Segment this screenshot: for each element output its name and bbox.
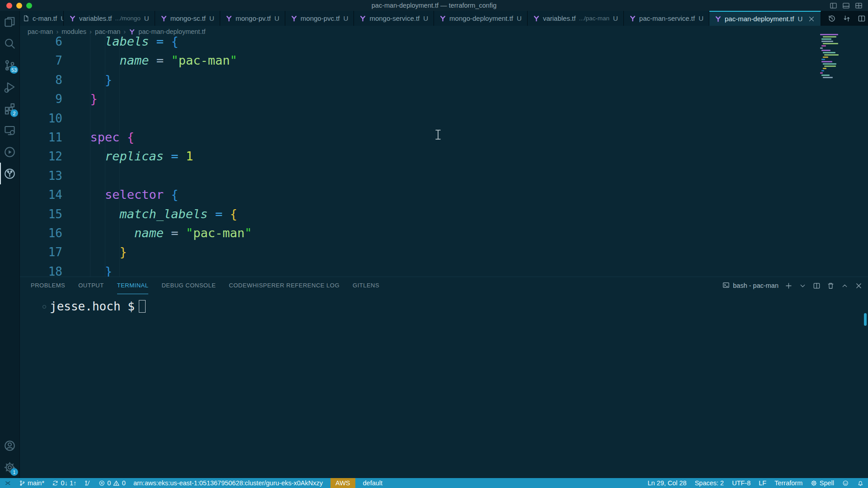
tab-label: mongo-pv.tf <box>236 14 271 22</box>
editor[interactable]: pac-man › modules › pac-man › pac-man-de… <box>20 26 868 277</box>
tab-git-status: U <box>344 14 349 22</box>
tab-variables.tf[interactable]: variables.tf.../mongoU <box>64 11 155 26</box>
line-number: 12 <box>20 147 62 166</box>
tab-git-status: U <box>144 14 149 22</box>
line-number: 15 <box>20 205 62 224</box>
status-remote-indicator[interactable] <box>5 478 11 488</box>
tab-mongo-pvc.tf[interactable]: mongo-pvc.tfU <box>285 11 354 26</box>
activity-bar-item-run-and-debug[interactable] <box>0 76 19 98</box>
close-window-button[interactable] <box>6 3 12 9</box>
open-changes-button[interactable] <box>843 14 851 23</box>
line-number: 7 <box>20 51 62 70</box>
zoom-window-button[interactable] <box>26 3 32 9</box>
terraform-file-icon <box>160 15 167 22</box>
split-terminal-button[interactable] <box>813 282 821 290</box>
layout-grid-icon[interactable] <box>855 2 863 9</box>
status-eks-cluster[interactable]: arn:aws:eks:us-east-1:051367950628:clust… <box>133 478 323 488</box>
status-cursor-position[interactable]: Ln 29, Col 28 <box>647 478 686 488</box>
tab-mongo-deployment.tf[interactable]: mongo-deployment.tfU <box>434 11 528 26</box>
activity-bar-item-search[interactable] <box>0 33 19 54</box>
activity-bar-item-codewhisperer[interactable] <box>0 163 19 184</box>
status-eol[interactable]: LF <box>759 478 766 488</box>
terminal-content[interactable]: jesse.hoch $ <box>20 294 868 478</box>
tab-label: mongo-sc.tf <box>170 14 206 22</box>
panel-tab-output[interactable]: OUTPUT <box>78 277 104 294</box>
activity-bar-item-accounts[interactable] <box>0 435 19 456</box>
label: arn:aws:eks:us-east-1:051367950628:clust… <box>133 479 323 487</box>
code-line: 13 <box>20 166 818 185</box>
status-feedback[interactable] <box>842 478 849 488</box>
status-gitlens[interactable] <box>84 478 91 488</box>
tab-variables.tf[interactable]: variables.tf.../pac-manU <box>528 11 624 26</box>
tab-mongo-pv.tf[interactable]: mongo-pv.tfU <box>220 11 285 26</box>
terminal-picker-button[interactable] <box>799 282 807 290</box>
close-tab-icon[interactable] <box>808 15 815 23</box>
code-line: 18 } <box>20 262 818 277</box>
tab-label: pac-man-service.tf <box>639 14 695 22</box>
new-terminal-button[interactable] <box>785 282 793 290</box>
panel-tab-problems[interactable]: PROBLEMS <box>31 277 65 294</box>
code-text: match_labels = { <box>62 205 237 224</box>
code-text: selector { <box>62 185 179 204</box>
kill-terminal-button[interactable] <box>827 282 835 290</box>
code-line: 7 name = "pac-man" <box>20 51 818 70</box>
explorer-icon <box>4 16 16 28</box>
status-git-sync[interactable]: 0↓ 1↑ <box>52 478 76 488</box>
split-editor-button[interactable] <box>858 14 866 23</box>
status-git-branch[interactable]: main* <box>19 478 45 488</box>
tab-c-man.tf[interactable]: c-man.tfU <box>20 11 64 26</box>
code-line: 10 <box>20 109 818 128</box>
panel-tab-codewhisperer-reference-log[interactable]: CODEWHISPERER REFERENCE LOG <box>229 277 340 294</box>
label: Spell <box>820 479 834 487</box>
tab-path-suffix: .../pac-man <box>579 15 609 22</box>
tab-label: variables.tf <box>79 14 112 22</box>
label: Terraform <box>774 479 802 487</box>
activity-bar-item-extensions[interactable]: 2 <box>0 98 19 119</box>
panel-tab-gitlens[interactable]: GITLENS <box>353 277 379 294</box>
status-spell-checker[interactable]: Spell <box>811 478 834 488</box>
tab-git-status: U <box>797 15 802 23</box>
status-aws-connection[interactable]: AWS <box>330 478 355 488</box>
close-panel-button[interactable] <box>855 282 863 290</box>
activity-bar-item-explorer[interactable] <box>0 11 19 33</box>
vscode-window: pac-man-deployment.tf — terraform_config… <box>0 0 868 488</box>
panel-tab-debug-console[interactable]: DEBUG CONSOLE <box>161 277 216 294</box>
layout-sidebar-icon[interactable] <box>830 2 837 9</box>
sync-icon <box>52 480 59 487</box>
minimize-window-button[interactable] <box>16 3 22 9</box>
terminal-scrollbar[interactable] <box>864 313 867 326</box>
status-language-mode[interactable]: Terraform <box>774 478 802 488</box>
status-aws-profile[interactable]: default <box>363 478 383 488</box>
status-problems[interactable]: 00 <box>99 478 126 488</box>
bottom-panel: PROBLEMSOUTPUTTERMINALDEBUG CONSOLECODEW… <box>20 277 868 478</box>
remote-explorer-icon <box>4 124 16 136</box>
tab-mongo-service.tf[interactable]: mongo-service.tfU <box>354 11 434 26</box>
error-icon <box>99 480 105 487</box>
panel-tab-terminal[interactable]: TERMINAL <box>117 277 149 294</box>
code-line: 16 name = "pac-man" <box>20 224 818 243</box>
activity-bar-item-source-control[interactable]: 53 <box>0 54 19 76</box>
code-text: replicas = 1 <box>62 147 193 166</box>
tab-git-status: U <box>274 14 279 22</box>
timeline-button[interactable] <box>828 14 836 23</box>
tab-pac-man-deployment.tf[interactable]: pac-man-deployment.tfU <box>709 11 821 26</box>
status-indentation[interactable]: Spaces: 2 <box>695 478 724 488</box>
tab-mongo-sc.tf[interactable]: mongo-sc.tfU <box>155 11 220 26</box>
label: UTF-8 <box>732 479 750 487</box>
maximize-panel-button[interactable] <box>841 282 849 290</box>
terraform-file-icon <box>439 15 446 22</box>
activity-bar-item-settings[interactable]: 1 <box>0 456 19 478</box>
minimap[interactable] <box>820 34 855 79</box>
activity-bar-item-run[interactable] <box>0 141 19 163</box>
terminal-session-label[interactable]: bash - pac-man <box>722 282 778 290</box>
tab-pac-man-service.tf[interactable]: pac-man-service.tfU <box>624 11 709 26</box>
codewhisperer-icon <box>4 168 16 180</box>
status-notifications[interactable] <box>857 478 864 488</box>
activity-bar-item-remote-explorer[interactable] <box>0 119 19 141</box>
code-area[interactable]: 6 labels = {7 name = "pac-man"8 }9 }1011… <box>20 32 818 277</box>
status-encoding[interactable]: UTF-8 <box>732 478 750 488</box>
layout-panel-icon[interactable] <box>842 2 850 9</box>
badge: 53 <box>10 66 18 74</box>
label: 0 <box>122 479 126 487</box>
tab-label: mongo-service.tf <box>369 14 420 22</box>
